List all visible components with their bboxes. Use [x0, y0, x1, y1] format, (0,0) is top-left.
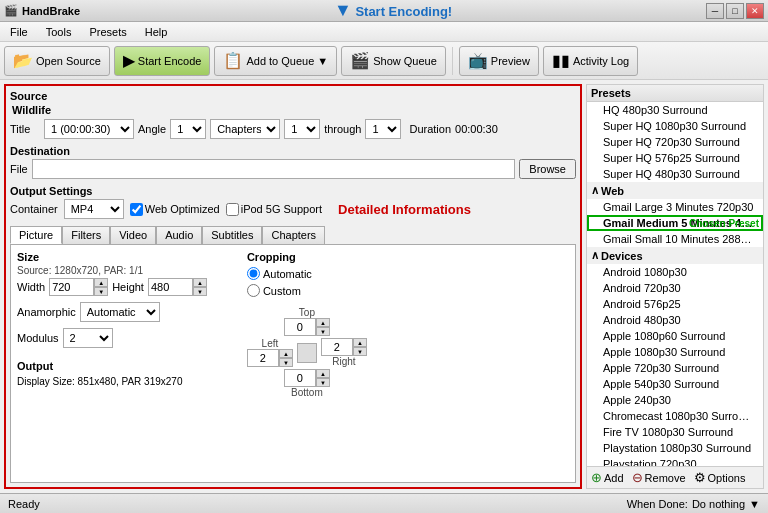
width-down[interactable]: ▼: [94, 287, 108, 296]
minimize-button[interactable]: ─: [706, 3, 724, 19]
add-to-queue-button[interactable]: 📋 Add to Queue ▼: [214, 46, 337, 76]
bottom-arrows[interactable]: ▲ ▼: [316, 369, 330, 387]
container-select[interactable]: MP4: [64, 199, 124, 219]
preset-item-hq480[interactable]: HQ 480p30 Surround: [587, 102, 763, 118]
queue-dropdown-arrow[interactable]: ▼: [317, 55, 328, 67]
tab-picture[interactable]: Picture: [10, 226, 62, 244]
tab-video[interactable]: Video: [110, 226, 156, 244]
duration-label: Duration: [409, 123, 451, 135]
menu-file[interactable]: File: [2, 24, 36, 40]
status-text: Ready: [8, 498, 40, 510]
window-controls[interactable]: ─ □ ✕: [706, 3, 764, 19]
width-input[interactable]: [49, 278, 94, 296]
preset-item-apple240[interactable]: Apple 240p30: [587, 392, 763, 408]
preset-item-apple1080-30[interactable]: Apple 1080p30 Surround: [587, 344, 763, 360]
left-arrows[interactable]: ▲ ▼: [279, 349, 293, 367]
detailed-info: Detailed Informations: [338, 202, 471, 217]
add-preset-button[interactable]: ⊕ Add: [591, 470, 624, 485]
remove-label: Remove: [645, 472, 686, 484]
title-select[interactable]: 1 (00:00:30): [44, 119, 134, 139]
width-up[interactable]: ▲: [94, 278, 108, 287]
ipod-support-label[interactable]: iPod 5G Support: [226, 203, 322, 216]
tab-subtitles[interactable]: Subtitles: [202, 226, 262, 244]
right-up[interactable]: ▲: [353, 338, 367, 347]
top-input[interactable]: [284, 318, 316, 336]
preset-item-gmail-medium[interactable]: Gmail Medium 5 Minutes 480p30 Chosen Pre…: [587, 215, 763, 231]
chapter-from-select[interactable]: 1: [284, 119, 320, 139]
show-queue-button[interactable]: 🎬 Show Queue: [341, 46, 446, 76]
height-arrows[interactable]: ▲ ▼: [193, 278, 207, 296]
activity-log-button[interactable]: ▮▮ Activity Log: [543, 46, 638, 76]
left-down[interactable]: ▼: [279, 358, 293, 367]
open-source-button[interactable]: 📂 Open Source: [4, 46, 110, 76]
left-input[interactable]: [247, 349, 279, 367]
tab-audio[interactable]: Audio: [156, 226, 202, 244]
preset-item-apple540[interactable]: Apple 540p30 Surround: [587, 376, 763, 392]
file-path-input[interactable]: [32, 159, 516, 179]
preset-group-web[interactable]: ∧ Web: [587, 182, 763, 199]
right-input[interactable]: [321, 338, 353, 356]
maximize-button[interactable]: □: [726, 3, 744, 19]
menu-presets[interactable]: Presets: [81, 24, 134, 40]
source-section-label: Source: [10, 90, 576, 102]
web-optimized-checkbox[interactable]: [130, 203, 143, 216]
preset-item-superhq576[interactable]: Super HQ 576p25 Surround: [587, 150, 763, 166]
chapters-select[interactable]: Chapters: [210, 119, 280, 139]
browse-button[interactable]: Browse: [519, 159, 576, 179]
start-encode-icon: ▶: [123, 51, 135, 70]
tab-filters[interactable]: Filters: [62, 226, 110, 244]
start-encode-button[interactable]: ▶ Start Encode: [114, 46, 211, 76]
ipod-support-checkbox[interactable]: [226, 203, 239, 216]
bottom-input[interactable]: [284, 369, 316, 387]
height-up[interactable]: ▲: [193, 278, 207, 287]
preset-item-ps720[interactable]: Playstation 720p30: [587, 456, 763, 467]
anamorphic-select[interactable]: Automatic: [80, 302, 160, 322]
preset-item-android576[interactable]: Android 576p25: [587, 296, 763, 312]
left-up[interactable]: ▲: [279, 349, 293, 358]
top-label: Top: [299, 307, 315, 318]
right-down[interactable]: ▼: [353, 347, 367, 356]
modulus-select[interactable]: 2: [63, 328, 113, 348]
left-label: Left: [262, 338, 279, 349]
preset-item-gmail-small[interactable]: Gmail Small 10 Minutes 288p30: [587, 231, 763, 247]
tab-chapters[interactable]: Chapters: [262, 226, 325, 244]
width-arrows[interactable]: ▲ ▼: [94, 278, 108, 296]
options-preset-button[interactable]: ⚙ Options: [694, 470, 746, 485]
preset-item-android480[interactable]: Android 480p30: [587, 312, 763, 328]
top-up[interactable]: ▲: [316, 318, 330, 327]
custom-radio[interactable]: [247, 284, 260, 297]
chapter-to-select[interactable]: 1: [365, 119, 401, 139]
preset-item-superhq480[interactable]: Super HQ 480p30 Surround: [587, 166, 763, 182]
bottom-down[interactable]: ▼: [316, 378, 330, 387]
preset-item-ps1080[interactable]: Playstation 1080p30 Surround: [587, 440, 763, 456]
close-button[interactable]: ✕: [746, 3, 764, 19]
title-row: Title 1 (00:00:30) Angle 1 Chapters 1 th…: [10, 119, 576, 139]
preset-item-android720[interactable]: Android 720p30: [587, 280, 763, 296]
when-done-arrow[interactable]: ▼: [749, 498, 760, 510]
angle-select[interactable]: 1: [170, 119, 206, 139]
automatic-radio[interactable]: [247, 267, 260, 280]
height-down[interactable]: ▼: [193, 287, 207, 296]
options-icon: ⚙: [694, 470, 706, 485]
preset-item-superhq1080[interactable]: Super HQ 1080p30 Surround: [587, 118, 763, 134]
menubar: File Tools Presets Help: [0, 22, 768, 42]
top-down[interactable]: ▼: [316, 327, 330, 336]
preset-item-firetv[interactable]: Fire TV 1080p30 Surround: [587, 424, 763, 440]
menu-tools[interactable]: Tools: [38, 24, 80, 40]
preset-item-apple1080-60[interactable]: Apple 1080p60 Surround: [587, 328, 763, 344]
preset-item-chromecast[interactable]: Chromecast 1080p30 Surround: [587, 408, 763, 424]
preset-item-apple720[interactable]: Apple 720p30 Surround: [587, 360, 763, 376]
preset-group-devices[interactable]: ∧ Devices: [587, 247, 763, 264]
preview-button[interactable]: 📺 Preview: [459, 46, 539, 76]
web-optimized-label[interactable]: Web Optimized: [130, 203, 220, 216]
top-arrows[interactable]: ▲ ▼: [316, 318, 330, 336]
bottom-up[interactable]: ▲: [316, 369, 330, 378]
right-arrows[interactable]: ▲ ▼: [353, 338, 367, 356]
height-input[interactable]: [148, 278, 193, 296]
preset-item-gmail-large[interactable]: Gmail Large 3 Minutes 720p30: [587, 199, 763, 215]
remove-preset-button[interactable]: ⊖ Remove: [632, 470, 686, 485]
presets-list[interactable]: HQ 480p30 Surround Super HQ 1080p30 Surr…: [586, 101, 764, 467]
menu-help[interactable]: Help: [137, 24, 176, 40]
preset-item-superhq720[interactable]: Super HQ 720p30 Surround: [587, 134, 763, 150]
preset-item-android1080[interactable]: Android 1080p30: [587, 264, 763, 280]
